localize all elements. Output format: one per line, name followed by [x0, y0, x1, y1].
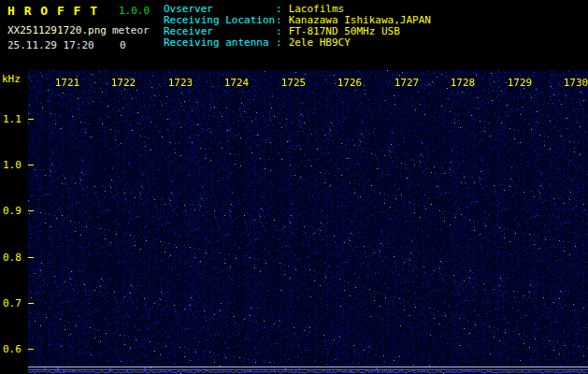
freq-tick-mark — [28, 257, 34, 258]
freq-tick-mark — [28, 119, 34, 120]
time-tick-label: 1728 — [451, 77, 476, 89]
info-label: Receiving antenna — [164, 37, 276, 49]
echo-count: 0 — [120, 39, 126, 51]
freq-tick-mark — [28, 210, 34, 211]
time-tick-label: 1723 — [168, 77, 194, 89]
freq-tick-label: 0.9 — [3, 205, 22, 217]
timestamp-label: 25.11.29 17:20 — [7, 39, 94, 51]
info-value: 2ele HB9CY — [289, 36, 351, 49]
time-tick-label: 1722 — [111, 77, 136, 89]
time-tick-label: 1727 — [394, 77, 420, 89]
app-version-label: 1.0.0 — [119, 5, 150, 17]
spectrogram: 1721 1722 1723 1724 1725 1726 1727 1728 … — [28, 70, 588, 374]
freq-tick-mark — [28, 165, 34, 165]
header: H R O F F T 1.0.0 XX2511291720.png meteo… — [0, 0, 588, 70]
info-row-antenna: Receiving antenna:2ele HB9CY — [164, 37, 431, 49]
freq-tick-label: 1.0 — [3, 159, 22, 171]
frequency-unit-label: kHz — [2, 73, 21, 85]
time-tick-label: 1725 — [281, 77, 307, 89]
freq-tick-mark — [28, 303, 34, 304]
freq-tick-label: 0.6 — [3, 343, 22, 355]
station-info: Ovserver:Lacofilms Receiving Location:Ka… — [164, 4, 431, 49]
time-tick-label: 1721 — [55, 77, 80, 89]
time-tick-label: 1730 — [564, 77, 588, 89]
frequency-axis: kHz 1.1 1.0 0.9 0.8 0.7 0.6 — [0, 70, 28, 374]
spectrogram-canvas — [28, 70, 588, 374]
app-title: H R O F F T — [7, 4, 98, 18]
time-tick-label: 1729 — [508, 77, 533, 89]
output-filename: XX2511291720.png — [7, 24, 107, 36]
freq-tick-label: 0.7 — [3, 297, 22, 309]
freq-tick-label: 1.1 — [3, 113, 22, 125]
mode-label: meteor — [112, 24, 150, 36]
info-separator: : — [276, 36, 282, 49]
time-tick-label: 1724 — [224, 77, 250, 89]
time-tick-label: 1726 — [337, 77, 363, 89]
hrofft-window: H R O F F T 1.0.0 XX2511291720.png meteo… — [0, 0, 588, 374]
freq-tick-mark — [28, 349, 34, 350]
freq-tick-label: 0.8 — [3, 252, 22, 264]
